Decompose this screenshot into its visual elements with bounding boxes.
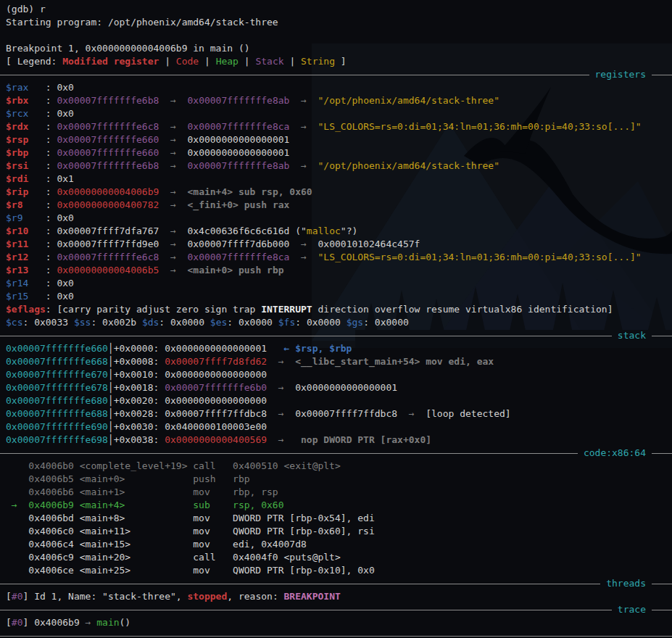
section-separator-trace: trace: [0, 603, 672, 616]
text-segment: [: [6, 617, 12, 628]
text-segment: ] Id 1, Name: "stack-three",: [22, 591, 187, 602]
text-segment: →: [289, 239, 318, 249]
text-segment: →: [267, 356, 295, 367]
text-segment: :: [28, 147, 57, 158]
text-segment: 0x00007ffff7d8fd62: [165, 356, 267, 367]
text-segment: │+0x0010: 0x0000000000000000: [108, 369, 267, 380]
separator-line: [652, 75, 672, 75]
text-segment: 0x00007fffffffe6b8: [57, 95, 159, 106]
text-segment: [267, 343, 283, 354]
text-segment: 0x0000000000400782: [57, 199, 159, 210]
text-segment: :: [28, 95, 57, 106]
register-eflags: $eflags: [carry parity adjust zero sign …: [6, 303, 672, 316]
text-segment: 0x00007fffffffe680: [6, 395, 108, 406]
text-segment: : [carry parity adjust zero sign trap: [46, 304, 261, 315]
text-segment: →: [159, 134, 187, 145]
text-segment: :: [28, 134, 57, 145]
text-segment: Modified register: [62, 56, 159, 67]
text-segment: |: [238, 56, 255, 67]
text-segment: →: [159, 252, 187, 262]
starting-program-line: Starting program: /opt/phoenix/amd64/sta…: [6, 16, 672, 29]
text-segment: →: [267, 382, 295, 393]
stack-row-5: 0x00007fffffffe688│+0x0028: 0x00007ffff7…: [6, 407, 672, 420]
text-segment: $r13: [6, 265, 28, 276]
text-segment: 0x00007fffffffe8ab: [187, 160, 289, 171]
section-label: stack: [612, 329, 652, 342]
text-segment: (): [120, 617, 131, 628]
stack-row-3: 0x00007fffffffe678│+0x0018: 0x00007fffff…: [6, 381, 672, 394]
text-segment: →: [289, 252, 318, 262]
text-segment: →: [267, 434, 295, 445]
text-segment: |: [159, 56, 175, 67]
text-segment: →: [159, 147, 187, 158]
section-label: threads: [600, 577, 652, 590]
thread-status-line: [#0] Id 1, Name: "stack-three", stopped,…: [6, 590, 672, 603]
text-segment: 0x00007fffffffe6c8: [57, 121, 159, 132]
text-segment: 0x0000000000000001: [295, 382, 397, 393]
text-segment: $fs: [278, 317, 295, 328]
text-segment: : 0x1: [28, 173, 74, 184]
text-segment: 0x00007fffffffe660: [57, 134, 159, 145]
register-rdi: $rdi : 0x1: [6, 173, 672, 186]
text-segment: ← $rsp, $rbp: [284, 343, 352, 354]
code-row-4: 0x4006bd <main+8> mov DWORD PTR [rbp-0x5…: [6, 512, 672, 525]
text-segment: $rcx: [6, 108, 28, 119]
text-segment: $r14: [6, 278, 28, 289]
text-segment: $rdi: [6, 173, 28, 184]
register-rbx: $rbx : 0x00007fffffffe6b8 → 0x00007fffff…: [6, 94, 672, 107]
text-segment: $eflags: [6, 304, 46, 315]
gdb-terminal-window[interactable]: (gdb) rStarting program: /opt/phoenix/am…: [0, 0, 672, 638]
text-segment: $es: [210, 317, 227, 328]
text-segment: : 0x0000: [295, 317, 346, 328]
text-segment: $rip: [6, 186, 28, 197]
separator-line: [0, 336, 612, 336]
text-segment: Heap: [216, 56, 238, 67]
section-separator-registers: registers: [0, 68, 672, 81]
register-r14: $r14 : 0x0: [6, 277, 672, 290]
text-segment: :: [28, 186, 57, 197]
text-segment: : 0x002b: [91, 317, 141, 328]
text-segment: INTERRUPT: [261, 304, 312, 315]
text-segment: 0x0000000000000001: [187, 147, 289, 158]
text-segment: →: [289, 160, 318, 171]
text-segment: │+0x0038:: [108, 434, 165, 445]
text-segment: 0x4006c4 <main+15> mov edi, 0x4007d8: [6, 539, 307, 550]
text-segment: malloc: [307, 225, 341, 236]
text-segment: 0x00007fffffffe660: [6, 343, 108, 354]
text-segment: <_fini+0> push rax: [187, 199, 289, 210]
text-segment: [loop detected]: [426, 408, 510, 419]
text-segment: 0x4006b5 <main+0> push rbp: [6, 473, 250, 484]
text-segment: : 0x0: [28, 291, 74, 302]
stack-row-0: 0x00007fffffffe660│+0x0000: 0x0000000000…: [6, 342, 672, 355]
text-segment: → 0x4006b9 <main+4> sub rsp, 0x60: [6, 500, 284, 510]
separator-line: [652, 584, 672, 584]
text-segment: $r9: [6, 212, 22, 223]
separator-line: [0, 75, 589, 75]
text-segment: 0x00000000004006b9: [57, 186, 159, 197]
text-segment: 0x4006c0 <main+11> mov QWORD PTR [rbp-0x…: [6, 526, 375, 536]
text-segment: 0x00007fffffffe698: [6, 434, 108, 445]
text-segment: 0x00000000004006b5: [57, 265, 159, 276]
stack-row-2: 0x00007fffffffe670│+0x0010: 0x0000000000…: [6, 368, 672, 381]
text-segment: 0x00007fffffffe8ca: [187, 121, 289, 132]
text-segment: 0x4006c9 <main+20> call 0x4004f0 <puts@p…: [6, 552, 341, 563]
text-segment: $rax: [6, 82, 28, 93]
separator-line: [0, 584, 600, 584]
text-segment: 0x0000000000400569: [165, 434, 267, 445]
text-segment: →: [159, 160, 187, 171]
register-r10: $r10 : 0x00007ffff7dfa767 → 0x4c00636f6c…: [6, 225, 672, 238]
gdb-prompt-command: (gdb) r: [6, 3, 672, 16]
code-row-7: 0x4006c9 <main+20> call 0x4004f0 <puts@p…: [6, 551, 672, 564]
text-segment: 0x00007fffffffe690: [6, 421, 108, 432]
section-label: trace: [612, 603, 652, 616]
text-segment: : 0x00007ffff7ffd9e0: [28, 239, 159, 249]
text-segment: │+0x0020: 0x0000000000000000: [108, 395, 267, 406]
text-segment: $rbx: [6, 95, 28, 106]
text-segment: $ds: [142, 317, 159, 328]
text-segment: 0x00007fffffffe688: [6, 408, 108, 419]
text-segment: : 0x0000: [227, 317, 278, 328]
text-segment: →: [159, 199, 187, 210]
text-segment: :: [22, 199, 57, 210]
separator-line: [0, 610, 612, 610]
text-segment: "/opt/phoenix/amd64/stack-three": [318, 95, 499, 106]
